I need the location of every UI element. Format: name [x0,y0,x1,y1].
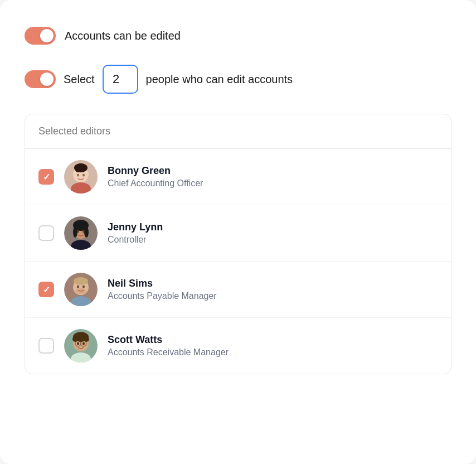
accounts-editable-toggle[interactable] [25,27,56,45]
svg-point-12 [73,226,77,238]
person-title: Controller [108,235,163,245]
person-info-bonny-green: Bonny Green Chief Accounting Officer [108,165,203,188]
accounts-editable-label: Accounts can be edited [65,30,181,42]
svg-point-34 [82,342,85,345]
svg-point-22 [82,286,85,288]
svg-point-15 [82,230,85,233]
checkbox-neil-sims[interactable]: ✓ [38,282,54,297]
person-title: Accounts Receivable Manager [108,347,229,357]
select-count-input[interactable] [103,65,138,94]
svg-point-5 [75,167,81,172]
person-title: Accounts Payable Manager [108,291,217,301]
svg-point-21 [77,286,79,288]
avatar-neil-sims [64,273,98,306]
main-container: Accounts can be edited Select people who… [0,0,476,464]
person-name: Scott Watts [108,334,229,346]
checkbox-scott-watts[interactable] [38,338,54,354]
checkmark-icon: ✓ [43,284,50,295]
svg-point-29 [77,333,84,340]
toggle-knob-2 [40,72,54,86]
avatar-image [64,273,98,306]
list-item[interactable]: Scott Watts Accounts Receivable Manager [25,318,451,374]
person-name: Jenny Lynn [108,221,163,233]
checkbox-bonny-green[interactable]: ✓ [38,169,54,185]
svg-point-33 [77,342,79,345]
person-info-scott-watts: Scott Watts Accounts Receivable Manager [108,334,229,357]
people-panel: ✓ [25,114,451,374]
person-title: Chief Accounting Officer [108,178,203,188]
person-info-neil-sims: Neil Sims Accounts Payable Manager [108,278,217,301]
select-editors-row: Select people who can edit accounts [25,65,451,94]
list-item[interactable]: ✓ N [25,262,451,318]
avatar-jenny-lynn [64,216,98,250]
checkmark-icon: ✓ [43,172,50,182]
select-editors-toggle[interactable] [25,70,56,88]
select-suffix-label: people who can edit accounts [146,73,293,86]
checkbox-jenny-lynn[interactable] [38,225,54,241]
select-prefix-label: Select [64,73,95,86]
list-item[interactable]: Jenny Lynn Controller [25,205,451,262]
avatar-image [64,160,98,194]
avatar-scott-watts [64,329,98,362]
svg-point-7 [82,174,85,177]
svg-point-14 [77,230,79,233]
svg-point-19 [74,277,88,285]
list-item[interactable]: ✓ [25,149,451,205]
search-input[interactable] [38,125,438,137]
person-info-jenny-lynn: Jenny Lynn Controller [108,221,163,245]
search-bar [25,114,451,149]
svg-point-6 [77,174,79,177]
avatar-image [64,216,98,250]
toggle-knob-1 [40,29,54,42]
person-name: Neil Sims [108,278,217,289]
avatar-bonny-green [64,160,98,194]
accounts-editable-row: Accounts can be edited [25,27,451,45]
avatar-image [64,329,98,362]
svg-point-13 [84,226,89,238]
person-name: Bonny Green [108,165,203,177]
